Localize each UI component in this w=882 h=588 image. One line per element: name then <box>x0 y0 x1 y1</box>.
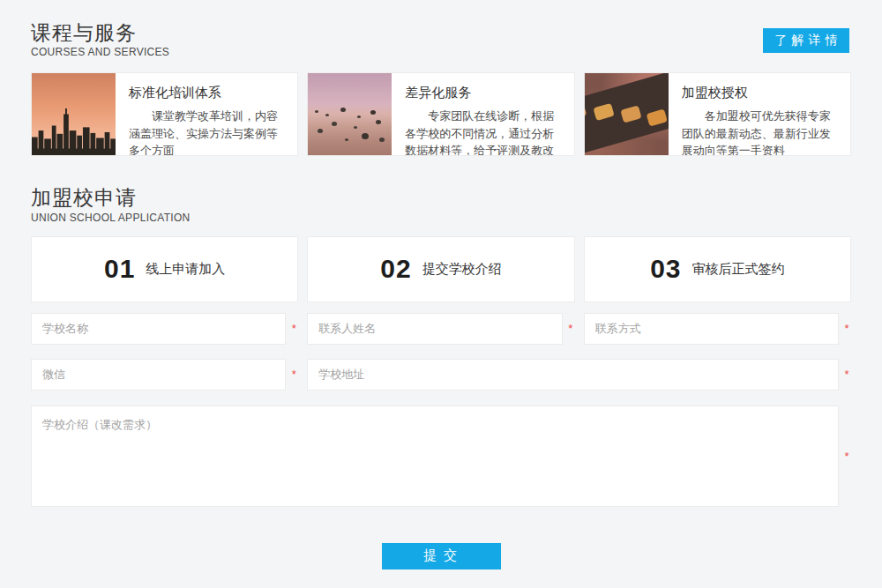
step-number: 02 <box>380 254 411 284</box>
card-description: 专家团队在线诊断，根据各学校的不同情况，通过分析数据材料等，给予评测及教改意见 <box>405 108 561 156</box>
card-body: 差异化服务 专家团队在线诊断，根据各学校的不同情况，通过分析数据材料等，给予评测… <box>392 73 573 155</box>
contact-method-field-wrap: * <box>584 313 851 345</box>
card-title: 加盟校授权 <box>682 85 838 101</box>
card-body: 加盟校授权 各加盟校可优先获得专家团队的最新动态、最新行业发展动向等第一手资料 <box>669 73 850 155</box>
submit-button[interactable]: 提 交 <box>382 543 501 569</box>
step-3-sign-contract: 03 审核后正式签约 <box>584 236 851 302</box>
courses-section-title: 课程与服务 <box>31 21 169 44</box>
school-intro-field-wrap: * <box>31 406 851 507</box>
city-skyline-silhouette <box>32 73 116 155</box>
application-section-header: 加盟校申请 UNION SCHOOL APPLICATION <box>31 186 851 223</box>
required-asterisk: * <box>842 322 851 335</box>
contact-method-input[interactable] <box>584 313 839 345</box>
application-heading-block: 加盟校申请 UNION SCHOOL APPLICATION <box>31 186 191 223</box>
film-strip-image <box>585 73 669 155</box>
required-asterisk: * <box>289 368 298 381</box>
card-description: 课堂教学改革培训，内容涵盖理论、实操方法与案例等多个方面 <box>129 108 285 156</box>
step-1-apply-online: 01 线上申请加入 <box>31 236 298 302</box>
wechat-input[interactable] <box>31 359 286 391</box>
service-cards-row: 标准化培训体系 课堂教学改革培训，内容涵盖理论、实操方法与案例等多个方面 差异化… <box>31 72 851 156</box>
wechat-field-wrap: * <box>31 359 298 391</box>
step-number: 01 <box>104 254 135 284</box>
service-card-training: 标准化培训体系 课堂教学改革培训，内容涵盖理论、实操方法与案例等多个方面 <box>31 72 298 156</box>
service-card-authorization: 加盟校授权 各加盟校可优先获得专家团队的最新动态、最新行业发展动向等第一手资料 <box>584 72 851 156</box>
step-number: 03 <box>650 254 681 284</box>
page: 课程与服务 COURSES AND SERVICES 了解详情 <box>0 0 882 588</box>
application-section-title: 加盟校申请 <box>31 186 191 209</box>
required-asterisk: * <box>842 450 851 463</box>
application-form: * * * * * * <box>31 313 851 507</box>
application-section-subtitle: UNION SCHOOL APPLICATION <box>31 212 191 224</box>
school-name-field-wrap: * <box>31 313 298 345</box>
contact-name-field-wrap: * <box>307 313 574 345</box>
contact-name-input[interactable] <box>307 313 562 345</box>
courses-section-header: 课程与服务 COURSES AND SERVICES 了解详情 <box>31 21 851 58</box>
school-address-field-wrap: * <box>307 359 851 391</box>
required-asterisk: * <box>842 368 851 381</box>
school-name-input[interactable] <box>31 313 286 345</box>
card-title: 标准化培训体系 <box>129 85 285 101</box>
step-label: 线上申请加入 <box>146 261 225 278</box>
application-steps-row: 01 线上申请加入 02 提交学校介绍 03 审核后正式签约 <box>31 236 851 302</box>
desert-dusk-image <box>308 73 392 155</box>
school-intro-textarea[interactable] <box>31 406 839 507</box>
courses-heading-block: 课程与服务 COURSES AND SERVICES <box>31 21 169 58</box>
desert-shrubs <box>315 110 318 113</box>
service-card-differentiated: 差异化服务 专家团队在线诊断，根据各学校的不同情况，通过分析数据材料等，给予评测… <box>307 72 574 156</box>
step-label: 审核后正式签约 <box>692 261 785 278</box>
learn-more-button[interactable]: 了解详情 <box>763 28 849 53</box>
courses-section-subtitle: COURSES AND SERVICES <box>31 46 169 58</box>
step-2-submit-intro: 02 提交学校介绍 <box>307 236 574 302</box>
card-body: 标准化培训体系 课堂教学改革培训，内容涵盖理论、实操方法与案例等多个方面 <box>116 73 297 155</box>
card-description: 各加盟校可优先获得专家团队的最新动态、最新行业发展动向等第一手资料 <box>682 108 838 156</box>
submit-row: 提 交 <box>31 543 851 569</box>
step-label: 提交学校介绍 <box>422 261 502 278</box>
school-address-input[interactable] <box>307 359 839 391</box>
city-sunset-image <box>32 73 116 155</box>
required-asterisk: * <box>289 322 298 335</box>
card-title: 差异化服务 <box>405 85 561 101</box>
film-strip-graphic <box>585 73 669 155</box>
required-asterisk: * <box>566 322 575 335</box>
